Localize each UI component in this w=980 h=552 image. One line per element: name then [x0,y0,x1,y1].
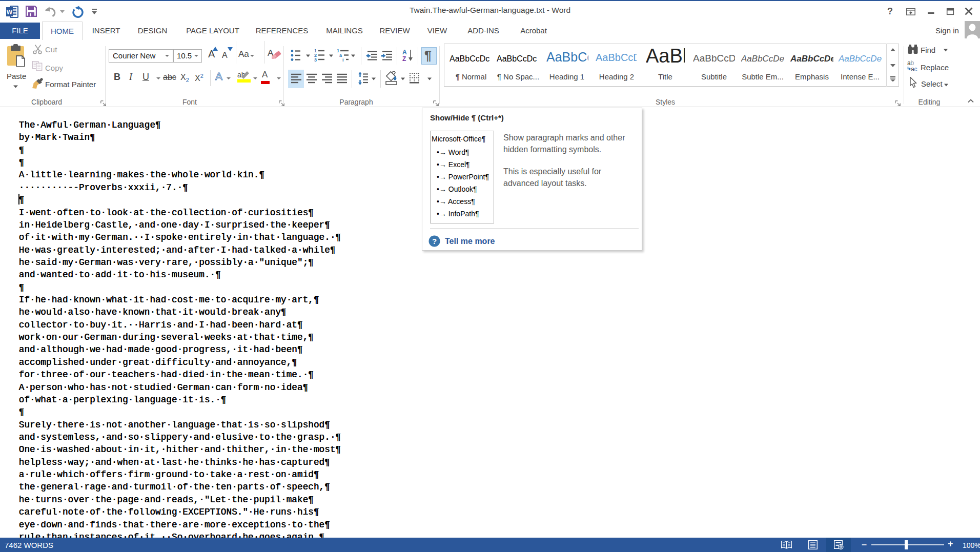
svg-text:A: A [402,49,407,56]
svg-text:3: 3 [314,57,317,62]
svg-text:Z: Z [402,55,406,62]
svg-text:i: i [342,57,344,62]
svg-text:c: c [914,66,917,73]
svg-text:?: ? [432,237,437,246]
